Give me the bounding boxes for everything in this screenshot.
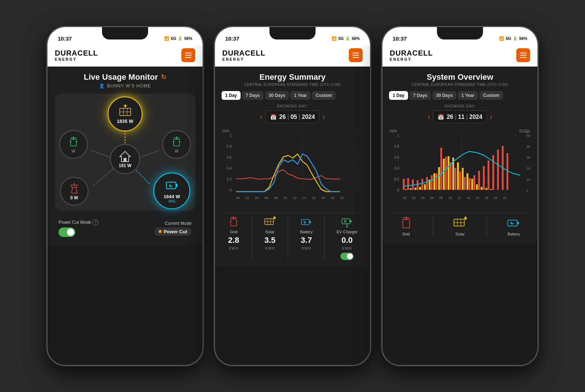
tab-1year-2[interactable]: 1 Year — [290, 91, 310, 100]
menu-button-3[interactable] — [516, 48, 530, 62]
ev-unit-2: KWH — [342, 246, 352, 250]
svg-text:04: 04 — [255, 196, 259, 200]
status-time-3: 10:37 — [393, 35, 407, 42]
solar-unit-2: KWH — [265, 246, 275, 250]
mode-dot — [159, 230, 162, 233]
svg-text:14: 14 — [302, 196, 306, 200]
date-next-2[interactable]: › — [322, 113, 325, 121]
svg-text:12: 12 — [457, 196, 461, 200]
battery-label-2: Battery — [300, 230, 313, 234]
tab-1day-3[interactable]: 1 Day — [389, 91, 408, 100]
tab-1year-3[interactable]: 1 Year — [458, 91, 478, 100]
svg-line-11 — [127, 105, 127, 105]
svg-point-9 — [124, 105, 126, 107]
sep3-2 — [324, 216, 325, 260]
tab-30days-2[interactable]: 30 Days — [265, 91, 289, 100]
calendar-icon-3: 📅 — [438, 114, 444, 120]
current-mode-display: Current Mode Power Cut — [154, 221, 192, 236]
svg-rect-131 — [417, 180, 419, 190]
flow-diagram: 1835 W W — [55, 94, 195, 211]
phone-3: 10:37 📶 5G 🔋 56% DURACELL ENERGY System … — [381, 26, 539, 366]
svg-rect-143 — [473, 175, 475, 190]
home-node: 191 W — [110, 144, 140, 174]
svg-text:50: 50 — [526, 134, 530, 137]
svg-text:0.4: 0.4 — [394, 166, 399, 170]
svg-rect-128 — [403, 179, 405, 190]
brand-sub-2: ENERGY — [222, 57, 244, 61]
svg-text:0.6: 0.6 — [227, 155, 232, 159]
status-bar-2: 10:37 📶 5G 🔋 56% — [215, 27, 370, 45]
home-value: 191 W — [119, 163, 132, 168]
svg-rect-153 — [415, 188, 416, 190]
date-month-3: 11 — [458, 114, 465, 120]
tab-custom-2[interactable]: Custom — [312, 91, 336, 100]
grid-icon-2 — [227, 216, 240, 228]
date-prev-3[interactable]: ‹ — [427, 113, 430, 121]
chart-ylabel-2: kWh — [222, 129, 230, 133]
mode-text: Power Cut — [164, 229, 187, 234]
svg-marker-43 — [169, 184, 173, 189]
svg-rect-158 — [438, 167, 440, 190]
svg-text:02: 02 — [246, 196, 249, 200]
tab-7days-2[interactable]: 7 Days — [242, 91, 264, 100]
date-prev-2[interactable]: ‹ — [260, 113, 263, 121]
tab-1day-2[interactable]: 1 Day — [222, 91, 241, 100]
date-box-3: 📅 26 | 11 | 2024 — [433, 110, 487, 123]
svg-rect-132 — [422, 179, 423, 190]
time-tabs-2: 1 Day 7 Days 30 Days 1 Year Custom — [222, 91, 363, 100]
power-cut-toggle[interactable] — [58, 227, 75, 237]
tab-7days-3[interactable]: 7 Days — [410, 91, 431, 100]
refresh-icon[interactable]: ↻ — [161, 73, 166, 81]
screen3-subtitle: CENTRAL EUROPEAN STANDARD TIME (UTC+2:00… — [389, 83, 531, 87]
ev-value-2: 0.0 — [341, 235, 353, 245]
svg-rect-144 — [478, 171, 480, 190]
svg-rect-41 — [166, 182, 176, 189]
summary-solar-3: Solar — [453, 216, 467, 236]
chart-ylabel2-3: SOC% — [519, 129, 530, 133]
svg-text:14: 14 — [467, 196, 470, 200]
date-next-3[interactable]: › — [490, 113, 492, 121]
date-month-2: 05 — [291, 114, 297, 120]
svg-rect-138 — [450, 162, 452, 190]
brand-sub-1: ENERGY — [55, 57, 77, 61]
app-header-1: DURACELL ENERGY — [48, 45, 203, 67]
menu-button-2[interactable] — [349, 48, 363, 62]
svg-rect-42 — [176, 184, 177, 187]
menu-button-1[interactable] — [181, 48, 195, 62]
signal-3: 5G — [506, 36, 511, 41]
date-parts-2: 26 | 05 | 2024 — [279, 113, 315, 121]
svg-rect-163 — [462, 168, 464, 190]
svg-rect-151 — [405, 189, 407, 190]
solar-label-2: Solar — [265, 230, 275, 234]
svg-text:08: 08 — [439, 196, 443, 200]
brand-logo-2: DURACELL ENERGY — [222, 49, 265, 61]
battery-node: 1644 W 48% — [154, 173, 190, 209]
svg-rect-155 — [424, 184, 426, 190]
battery-icon-1: 🔋 — [178, 36, 183, 41]
battery-icon-2 — [300, 216, 313, 228]
home-label: 👤 BUNNY W'S HOME — [55, 83, 195, 88]
tab-30days-3[interactable]: 30 Days — [433, 91, 456, 100]
svg-rect-133 — [426, 177, 428, 190]
svg-text:0.8: 0.8 — [394, 144, 399, 148]
ev-toggle-2[interactable] — [340, 253, 354, 260]
solar-label-3: Solar — [455, 232, 465, 236]
battery-percent: 48% — [168, 199, 176, 203]
tab-custom-3[interactable]: Custom — [479, 91, 503, 100]
svg-rect-134 — [431, 175, 433, 190]
svg-text:1: 1 — [397, 133, 399, 137]
grid-left-value: W — [72, 149, 75, 153]
screen-1: Live Usage Monitor ↻ 👤 BUNNY W'S HOME — [48, 67, 203, 246]
svg-text:40: 40 — [526, 145, 530, 148]
battery-pct-1: 56% — [184, 36, 192, 41]
svg-rect-166 — [476, 184, 478, 190]
help-icon[interactable]: ? — [93, 219, 98, 225]
summary-grid-2: Grid 2.8 KWH — [227, 216, 240, 260]
status-time-2: 10:37 — [225, 35, 239, 42]
solar-icon-2 — [264, 216, 276, 228]
summary-row-3: Grid Solar — [389, 212, 531, 239]
solar-icon-3 — [453, 216, 467, 230]
svg-rect-159 — [443, 159, 445, 190]
brand-name-1: DURACELL — [55, 49, 98, 57]
svg-rect-142 — [469, 178, 471, 190]
